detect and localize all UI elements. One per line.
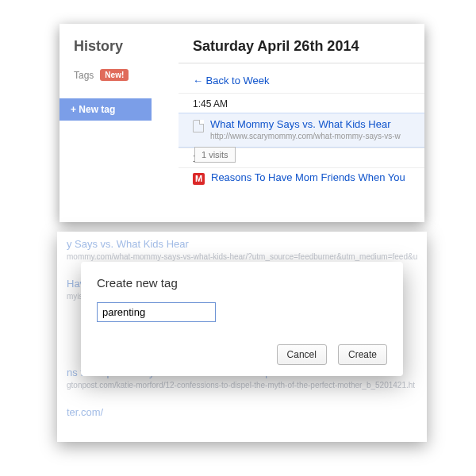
time-label: 1:45 AM: [178, 93, 424, 113]
history-entry[interactable]: M Reasons To Have Mom Friends When You: [178, 167, 424, 190]
entry-title: What Mommy Says vs. What Kids Hear: [210, 118, 401, 130]
faded-url: gtonpost.com/katie-morford/12-confession…: [67, 380, 417, 390]
new-tag-button[interactable]: + New tag: [60, 98, 152, 121]
entry-title: Reasons To Have Mom Friends When You: [211, 171, 405, 183]
dialog-title: Create new tag: [97, 276, 387, 290]
history-panel: History Tags New! + New tag Saturday Apr…: [60, 24, 424, 222]
dialog-panel: y Says vs. What Kids Hear mommy.com/what…: [57, 232, 427, 442]
create-tag-dialog: Create new tag Cancel Create: [81, 262, 403, 376]
divider: [178, 63, 424, 63]
entry-url: http://www.scarymommy.com/what-mommy-say…: [210, 132, 401, 140]
faded-url: mommy.com/what-mommy-says-vs-what-kids-h…: [67, 251, 417, 262]
back-to-week-link[interactable]: ← Back to Week: [178, 70, 424, 93]
cancel-button[interactable]: Cancel: [277, 344, 327, 365]
create-button[interactable]: Create: [338, 344, 387, 365]
history-entry[interactable]: What Mommy Says vs. What Kids Hear http:…: [178, 113, 424, 148]
doc-icon: [193, 120, 204, 132]
tags-row: Tags New!: [74, 69, 178, 81]
content-area: Saturday April 26th 2014 ← Back to Week …: [178, 24, 424, 222]
visits-tooltip: 1 visits: [194, 147, 236, 163]
m-icon: M: [193, 173, 205, 185]
sidebar-title: History: [74, 38, 178, 55]
sidebar: History Tags New! + New tag: [60, 24, 178, 222]
tag-name-input[interactable]: [97, 302, 216, 322]
faded-title: ter.com/: [67, 406, 417, 420]
date-heading: Saturday April 26th 2014: [178, 38, 424, 55]
faded-title: y Says vs. What Kids Hear: [67, 238, 417, 251]
new-badge: New!: [100, 69, 129, 81]
tags-label: Tags: [74, 70, 94, 81]
